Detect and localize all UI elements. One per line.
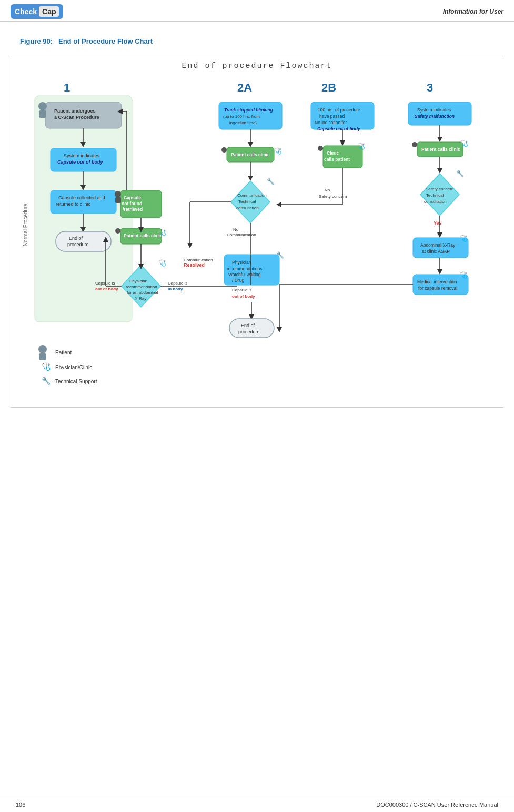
svg-point-119: [412, 142, 417, 147]
svg-text:recommendations -: recommendations -: [227, 266, 265, 271]
svg-text:consultation: consultation: [236, 206, 259, 210]
svg-text:No: No: [325, 188, 330, 192]
svg-text:Abdominal X-Ray: Abdominal X-Ray: [420, 242, 456, 248]
svg-marker-137: [437, 269, 442, 275]
svg-text:- Physician/Clinic: - Physician/Clinic: [52, 364, 92, 370]
svg-text:Medical intervention: Medical intervention: [417, 279, 457, 285]
svg-text:Capsule out of body: Capsule out of body: [57, 159, 103, 165]
svg-text:Capsule is: Capsule is: [168, 281, 187, 286]
svg-text:Patient undergoes: Patient undergoes: [54, 108, 96, 114]
svg-text:in body: in body: [168, 287, 183, 291]
svg-text:No: No: [233, 227, 239, 232]
svg-text:Communication: Communication: [237, 193, 267, 198]
svg-text:consultation: consultation: [424, 199, 447, 204]
flowchart-title: End of procedure Flowchart: [16, 62, 498, 70]
svg-text:Capsule is: Capsule is: [232, 288, 251, 292]
svg-text:100 hrs. of procedure: 100 hrs. of procedure: [318, 107, 360, 113]
svg-text:🩺: 🩺: [158, 259, 166, 267]
svg-text:🩺: 🩺: [460, 234, 468, 242]
svg-text:End of: End of: [241, 323, 255, 328]
svg-text:2B: 2B: [321, 81, 336, 94]
svg-marker-144: [277, 327, 282, 332]
logo-cap-bg: Cap: [39, 6, 59, 17]
flowchart-svg: 1 2A 2B 3 Patient undergoes a C-Scan Pro…: [16, 76, 500, 402]
svg-text:/retrieved: /retrieved: [123, 207, 143, 212]
svg-point-32: [115, 228, 120, 234]
svg-text:- Patient: - Patient: [52, 350, 72, 356]
svg-text:Resolved: Resolved: [184, 262, 205, 268]
svg-text:Capsule out of body: Capsule out of body: [317, 126, 361, 131]
svg-marker-69: [248, 176, 253, 181]
svg-text:Communication: Communication: [227, 232, 256, 237]
svg-text:Capsule is: Capsule is: [95, 281, 115, 286]
svg-text:3: 3: [427, 81, 433, 94]
svg-rect-22: [56, 231, 111, 251]
svg-text:Patient calls clinic: Patient calls clinic: [421, 147, 460, 152]
page-footer: 106 DOC000300 / C-SCAN User Reference Ma…: [0, 797, 514, 812]
svg-text:🩺: 🩺: [274, 147, 282, 155]
svg-text:recommendation: recommendation: [126, 285, 157, 289]
svg-marker-117: [437, 137, 442, 142]
svg-text:🩺: 🩺: [460, 271, 468, 279]
svg-text:out of body: out of body: [95, 287, 118, 291]
logo-check-text: Check: [15, 7, 37, 16]
svg-text:a C-Scan Procedure: a C-Scan Procedure: [54, 115, 99, 120]
svg-text:- Technical Support: - Technical Support: [52, 379, 97, 384]
svg-text:for capsule removal: for capsule removal: [418, 286, 457, 291]
svg-text:Yes: Yes: [434, 220, 442, 226]
svg-rect-27: [115, 197, 121, 203]
page-header: Check Cap Information for User: [0, 0, 514, 22]
svg-text:Safety malfunction: Safety malfunction: [415, 114, 455, 119]
svg-marker-100: [340, 140, 345, 146]
svg-text:🔧: 🔧: [276, 251, 284, 259]
logo-area: Check Cap: [11, 4, 63, 19]
svg-text:Technical: Technical: [426, 193, 444, 198]
svg-text:2A: 2A: [237, 81, 252, 94]
svg-point-26: [115, 191, 121, 197]
figure-label: Figure 90:: [20, 37, 53, 45]
normal-procedure-label: Normal Procedure: [23, 204, 28, 246]
figure-title: Figure 90: End of Procedure Flow Chart: [0, 22, 514, 50]
svg-text:(up to 100 hrs. from: (up to 100 hrs. from: [223, 114, 260, 119]
svg-marker-80: [187, 243, 193, 248]
flowchart-container: End of procedure Flowchart Normal Proced…: [11, 56, 503, 408]
figure-title-text: End of Procedure Flow Chart: [58, 37, 153, 45]
svg-text:Watchful waiting: Watchful waiting: [228, 272, 261, 277]
svg-text:at clinic ASAP: at clinic ASAP: [422, 249, 450, 254]
svg-text:Capsule: Capsule: [124, 195, 141, 200]
svg-marker-112: [276, 202, 281, 207]
info-for-user: Information for User: [443, 8, 503, 15]
svg-text:Physician: Physician: [129, 279, 147, 283]
svg-text:X-Ray: X-Ray: [135, 296, 146, 301]
svg-text:Technical: Technical: [238, 199, 256, 204]
svg-text:out of body: out of body: [232, 294, 255, 299]
svg-text:Physician: Physician: [232, 260, 251, 265]
svg-rect-91: [229, 319, 274, 338]
logo-box: Check Cap: [11, 4, 63, 19]
page-number: 106: [16, 801, 25, 808]
logo-cap-text: Cap: [42, 7, 56, 16]
svg-point-65: [221, 147, 227, 153]
svg-text:Communication: Communication: [184, 258, 213, 262]
svg-text:returned to clinic: returned to clinic: [56, 201, 91, 207]
svg-text:Patient calls clinic: Patient calls clinic: [124, 233, 163, 238]
svg-text:🔧: 🔧: [456, 169, 464, 177]
svg-text:1: 1: [64, 81, 70, 94]
svg-rect-146: [39, 353, 46, 360]
svg-text:calls patient: calls patient: [324, 157, 350, 162]
svg-text:🩺: 🩺: [42, 362, 51, 371]
svg-text:not found: not found: [122, 201, 142, 206]
svg-rect-7: [39, 110, 46, 118]
svg-text:Safety concern: Safety concern: [426, 187, 453, 191]
svg-point-145: [38, 345, 47, 353]
svg-text:Clinic: Clinic: [327, 150, 339, 156]
svg-text:System indicates: System indicates: [64, 153, 100, 158]
svg-text:No indication for: No indication for: [315, 120, 347, 125]
svg-marker-131: [437, 232, 442, 238]
svg-text:System indicates: System indicates: [417, 107, 451, 113]
svg-text:procedure: procedure: [67, 242, 89, 247]
svg-text:Track stopped blinking: Track stopped blinking: [224, 107, 274, 113]
svg-text:/ Drug: / Drug: [232, 278, 244, 283]
svg-text:🔧: 🔧: [267, 177, 275, 185]
svg-text:🔧: 🔧: [42, 377, 51, 385]
